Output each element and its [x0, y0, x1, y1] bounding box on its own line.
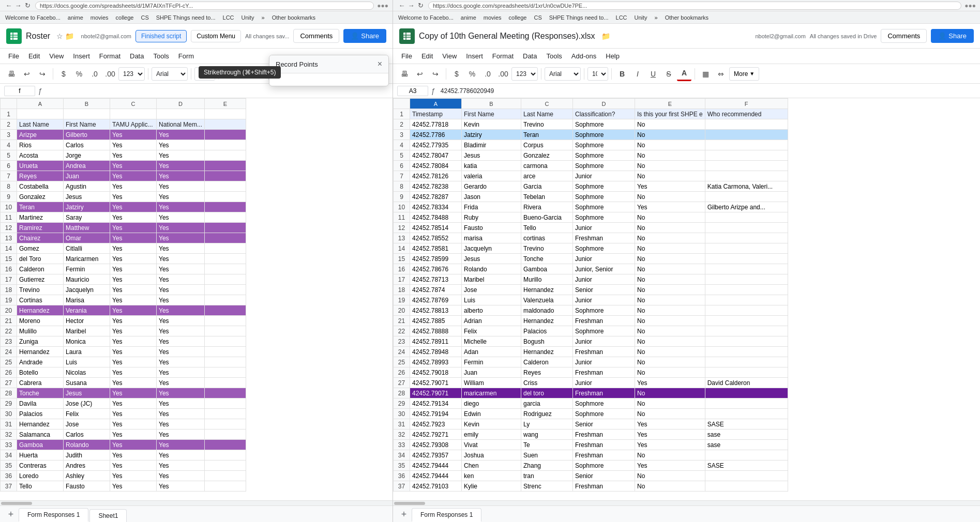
- undo-btn[interactable]: ↩: [20, 67, 34, 81]
- r-bm-lcc[interactable]: LCC: [614, 14, 629, 21]
- col-header-c[interactable]: C: [110, 99, 157, 109]
- menu-data[interactable]: Data: [126, 50, 148, 62]
- r-border-btn[interactable]: ▦: [698, 67, 713, 81]
- forward-btn[interactable]: →: [13, 1, 23, 10]
- r-menu-format[interactable]: Format: [488, 50, 518, 62]
- r-strikethrough-btn[interactable]: S: [661, 67, 676, 81]
- r-menu-addons[interactable]: Add-ons: [567, 50, 600, 62]
- r-italic-btn[interactable]: I: [630, 67, 645, 81]
- r-scroll-thumb[interactable]: [394, 502, 425, 505]
- tab-form-responses[interactable]: Form Responses 1: [19, 508, 88, 522]
- bm-facebook[interactable]: Welcome to Facebo...: [3, 14, 63, 21]
- left-grid[interactable]: A B C D E 1 2: [0, 98, 393, 500]
- dialog-close-btn[interactable]: ×: [378, 59, 382, 69]
- r-col-header-c[interactable]: C: [521, 99, 573, 109]
- menu-file[interactable]: File: [4, 50, 23, 62]
- menu-format[interactable]: Format: [95, 50, 125, 62]
- r-bm-college[interactable]: college: [507, 14, 529, 21]
- url-bar[interactable]: https://docs.google.com/spreadsheets/d/1…: [35, 2, 374, 10]
- folder-icon[interactable]: 📁: [65, 32, 74, 40]
- r-menu-file[interactable]: File: [397, 50, 416, 62]
- r-bm-other[interactable]: Other bookmarks: [663, 14, 711, 21]
- bm-unity[interactable]: Unity: [239, 14, 257, 21]
- back-btn[interactable]: ←: [4, 1, 13, 10]
- tab-sheet1[interactable]: Sheet1: [89, 509, 127, 522]
- format-select[interactable]: 123: [118, 67, 145, 81]
- r-decimal-inc-btn[interactable]: .00: [496, 67, 510, 81]
- r-more-btn[interactable]: More ▼: [729, 67, 759, 81]
- menu-insert[interactable]: Insert: [69, 50, 94, 62]
- r-underline-btn[interactable]: U: [646, 67, 660, 81]
- col-header-b[interactable]: B: [64, 99, 110, 109]
- r-bm-movies[interactable]: movies: [481, 14, 504, 21]
- r-bold-btn[interactable]: B: [615, 67, 629, 81]
- r-print-btn[interactable]: 🖶: [397, 67, 412, 81]
- bm-shpe[interactable]: SHPE Things need to...: [154, 14, 218, 21]
- decimal-inc-btn[interactable]: .00: [103, 67, 117, 81]
- col-header-a[interactable]: A: [17, 99, 64, 109]
- r-col-header-a[interactable]: A: [410, 99, 462, 109]
- cell-ref[interactable]: f: [4, 86, 35, 96]
- r-col-header-b[interactable]: B: [462, 99, 521, 109]
- add-sheet-btn[interactable]: +: [4, 508, 18, 521]
- record-points-dialog[interactable]: Record Points ×: [269, 55, 389, 86]
- comments-btn[interactable]: Comments: [293, 29, 339, 43]
- left-scrollbar[interactable]: [0, 500, 393, 505]
- col-header-d[interactable]: D: [157, 99, 205, 109]
- formula-content[interactable]: [46, 90, 388, 92]
- r-merge-btn[interactable]: ⇔: [714, 67, 728, 81]
- finished-script-btn[interactable]: Finished script: [135, 30, 187, 42]
- bm-college[interactable]: college: [114, 14, 136, 21]
- scroll-thumb[interactable]: [1, 502, 32, 505]
- bm-lcc[interactable]: LCC: [221, 14, 236, 21]
- r-bm-unity[interactable]: Unity: [632, 14, 650, 21]
- r-menu-tools[interactable]: Tools: [542, 50, 566, 62]
- reload-btn[interactable]: ↻: [23, 1, 32, 10]
- r-col-header-f[interactable]: F: [705, 99, 788, 109]
- r-font-select[interactable]: ArialArial: [545, 67, 581, 81]
- r-decimal-dec-btn[interactable]: .0: [480, 67, 495, 81]
- redo-btn[interactable]: ↪: [35, 67, 50, 81]
- r-col-header-e[interactable]: E: [635, 99, 705, 109]
- r-menu-help[interactable]: Help: [601, 50, 624, 62]
- menu-tools[interactable]: Tools: [149, 50, 173, 62]
- r-menu-insert[interactable]: Insert: [462, 50, 487, 62]
- r-forward-btn[interactable]: →: [406, 1, 416, 10]
- r-back-btn[interactable]: ←: [397, 1, 406, 10]
- percent-btn[interactable]: %: [72, 67, 86, 81]
- star-icon[interactable]: ☆: [56, 32, 63, 40]
- bm-cs[interactable]: CS: [139, 14, 150, 21]
- r-font-size-select[interactable]: 1010: [587, 67, 608, 81]
- currency-btn[interactable]: $: [56, 67, 71, 81]
- r-menu-data[interactable]: Data: [519, 50, 541, 62]
- r-url-bar[interactable]: https://docs.google.com/spreadsheets/d/1…: [428, 2, 961, 10]
- r-comments-btn[interactable]: Comments: [881, 29, 927, 43]
- r-percent-btn[interactable]: %: [465, 67, 479, 81]
- r-bm-cs[interactable]: CS: [532, 14, 544, 21]
- menu-edit[interactable]: Edit: [24, 50, 44, 62]
- col-header-e[interactable]: E: [205, 99, 246, 109]
- r-bm-facebook[interactable]: Welcome to Facebo...: [396, 14, 456, 21]
- font-select[interactable]: ArialArial: [152, 67, 188, 81]
- r-share-btn[interactable]: 👤 Share: [931, 29, 974, 43]
- share-btn[interactable]: 👤 Share: [343, 29, 386, 43]
- r-bm-anime[interactable]: anime: [459, 14, 478, 21]
- menu-form[interactable]: Form: [174, 50, 198, 62]
- r-cell-ref[interactable]: A3: [397, 86, 428, 96]
- r-formula-content[interactable]: 42452.7786020949: [439, 86, 976, 96]
- custom-menu-btn[interactable]: Custom Menu: [191, 30, 241, 42]
- r-format-select[interactable]: 123: [511, 67, 538, 81]
- right-scrollbar[interactable]: [393, 500, 980, 505]
- r-currency-btn[interactable]: $: [449, 67, 464, 81]
- r-menu-view[interactable]: View: [438, 50, 461, 62]
- r-col-header-d[interactable]: D: [573, 99, 635, 109]
- r-menu-edit[interactable]: Edit: [417, 50, 437, 62]
- right-grid[interactable]: A B C D E F 1 Timestamp First Name Last …: [393, 98, 980, 500]
- menu-view[interactable]: View: [45, 50, 68, 62]
- bm-anime[interactable]: anime: [66, 14, 85, 21]
- print-btn[interactable]: 🖶: [4, 67, 19, 81]
- bm-other[interactable]: Other bookmarks: [270, 14, 318, 21]
- r-tab-form-responses[interactable]: Form Responses 1: [412, 508, 481, 522]
- decimal-dec-btn[interactable]: .0: [87, 67, 102, 81]
- bm-more[interactable]: »: [260, 14, 267, 21]
